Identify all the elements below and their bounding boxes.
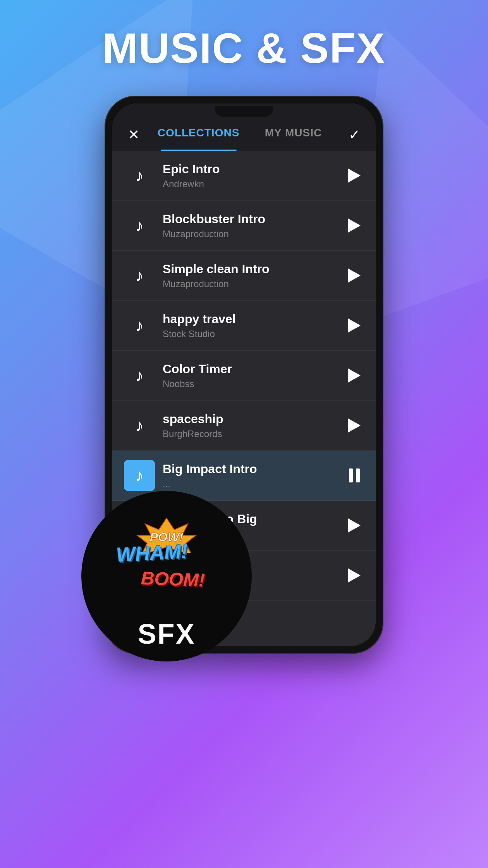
list-item[interactable]: ♪ Simple clean Intro Muzaproduction xyxy=(112,251,376,301)
pause-bar-right xyxy=(356,468,360,482)
song-artist: ... xyxy=(163,479,345,489)
wham-text: WHAM! xyxy=(116,539,189,567)
play-button[interactable] xyxy=(345,566,364,585)
pause-icon xyxy=(349,468,360,482)
song-artist: Muzaproduction xyxy=(163,229,345,239)
play-button[interactable] xyxy=(345,166,364,185)
song-icon: ♪ xyxy=(124,160,155,191)
sfx-label: SFX xyxy=(137,618,195,650)
boom-text: BOOM! xyxy=(141,567,205,591)
play-icon xyxy=(348,169,361,183)
music-note-icon: ♪ xyxy=(135,166,144,185)
song-info: Simple clean Intro Muzaproduction xyxy=(163,262,345,289)
music-note-icon: ♪ xyxy=(135,266,144,285)
close-button[interactable]: ✕ xyxy=(124,119,143,151)
song-icon: ♪ xyxy=(124,310,155,341)
song-icon: ♪ xyxy=(124,260,155,291)
list-item[interactable]: ♪ spaceship BurghRecords xyxy=(112,401,376,451)
play-button[interactable] xyxy=(345,216,364,235)
play-icon xyxy=(348,369,361,382)
list-item[interactable]: ♪ Epic Intro Andrewkn xyxy=(112,151,376,201)
play-button[interactable] xyxy=(345,266,364,285)
music-note-icon: ♪ xyxy=(135,216,144,235)
play-button[interactable] xyxy=(345,316,364,335)
song-info: Big Impact Intro ... xyxy=(163,462,345,489)
play-button[interactable] xyxy=(345,416,364,435)
song-title: Blockbuster Intro xyxy=(163,212,345,226)
pause-button[interactable] xyxy=(345,466,364,485)
song-info: Blockbuster Intro Muzaproduction xyxy=(163,212,345,239)
sfx-circle-overlay[interactable]: POW! WHAM! BOOM! SFX xyxy=(81,491,252,661)
sfx-stickers: POW! WHAM! BOOM! xyxy=(112,514,221,592)
song-title: Epic Intro xyxy=(163,162,345,176)
collections-tab-label: COLLECTIONS xyxy=(158,127,240,145)
notch xyxy=(215,106,273,117)
music-note-icon: ♪ xyxy=(135,466,144,485)
song-title: Big Impact Intro xyxy=(163,462,345,476)
song-artist: Stock Studio xyxy=(163,329,345,339)
play-icon xyxy=(348,219,361,232)
song-title: spaceship xyxy=(163,412,345,426)
song-artist: Noobss xyxy=(163,379,345,389)
hero-title: MUSIC & SFX xyxy=(103,23,386,72)
play-icon xyxy=(348,518,361,532)
list-item[interactable]: ♪ Blockbuster Intro Muzaproduction xyxy=(112,201,376,251)
play-button[interactable] xyxy=(345,366,364,385)
check-button[interactable]: ✓ xyxy=(345,119,364,151)
tab-bar: ✕ COLLECTIONS MY MUSIC ✓ xyxy=(112,119,376,151)
pause-bar-left xyxy=(349,468,353,482)
song-icon: ♪ xyxy=(124,410,155,441)
my-music-tab-label: MY MUSIC xyxy=(265,127,322,145)
music-note-icon: ♪ xyxy=(135,416,144,435)
song-title: Color Timer xyxy=(163,362,345,376)
tabs: COLLECTIONS MY MUSIC xyxy=(151,119,341,151)
list-item[interactable]: ♪ happy travel Stock Studio xyxy=(112,301,376,351)
song-icon: ♪ xyxy=(124,360,155,391)
song-info: Color Timer Noobss xyxy=(163,362,345,389)
song-info: Epic Intro Andrewkn xyxy=(163,162,345,189)
song-info: spaceship BurghRecords xyxy=(163,412,345,439)
play-button[interactable] xyxy=(345,516,364,535)
song-artist: Muzaproduction xyxy=(163,279,345,289)
tab-collections[interactable]: COLLECTIONS xyxy=(151,119,246,151)
song-title: Simple clean Intro xyxy=(163,262,345,276)
list-item[interactable]: ♪ Color Timer Noobss xyxy=(112,351,376,401)
music-note-icon: ♪ xyxy=(135,366,144,385)
play-icon xyxy=(348,418,361,432)
play-icon xyxy=(348,568,361,582)
song-icon: ♪ xyxy=(124,210,155,241)
song-title: happy travel xyxy=(163,312,345,326)
song-icon-playing: ♪ xyxy=(124,460,155,491)
play-icon xyxy=(348,319,361,332)
play-icon xyxy=(348,269,361,282)
status-bar xyxy=(112,103,376,119)
phone-container: ✕ COLLECTIONS MY MUSIC ✓ xyxy=(105,96,383,654)
song-artist: Andrewkn xyxy=(163,179,345,189)
song-info: happy travel Stock Studio xyxy=(163,312,345,339)
song-artist: BurghRecords xyxy=(163,429,345,439)
music-note-icon: ♪ xyxy=(135,316,144,335)
tab-my-music[interactable]: MY MUSIC xyxy=(246,119,341,151)
